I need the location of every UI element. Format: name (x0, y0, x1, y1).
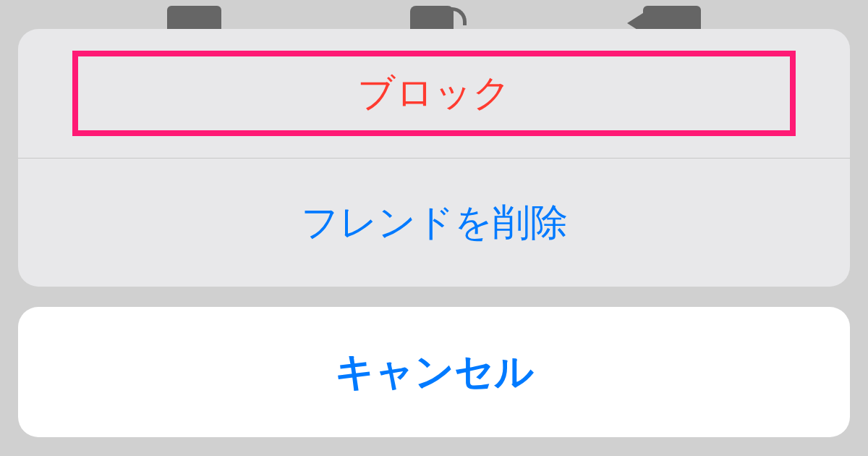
block-label: ブロック (357, 68, 511, 119)
block-button[interactable]: ブロック (18, 29, 850, 158)
cancel-label: キャンセル (335, 346, 534, 399)
cancel-sheet: キャンセル (18, 307, 850, 437)
delete-friend-button[interactable]: フレンドを削除 (18, 158, 850, 287)
cancel-button[interactable]: キャンセル (18, 307, 850, 437)
action-sheet: ブロック フレンドを削除 (18, 29, 850, 287)
delete-friend-label: フレンドを削除 (301, 198, 568, 248)
